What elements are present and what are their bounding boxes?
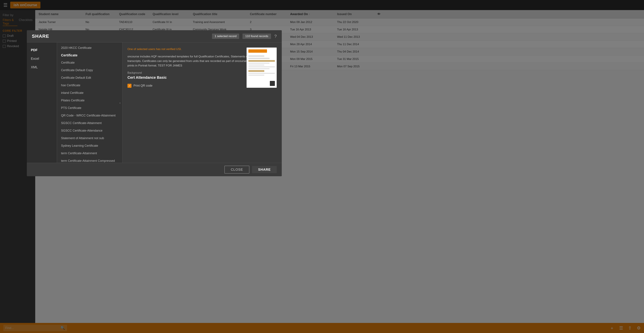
preview-accent-line	[248, 60, 275, 62]
template-pilates-certificate[interactable]: Pilates Certificate	[57, 97, 122, 104]
preview-line-2	[248, 58, 270, 59]
badge-found-records: 110 found records	[242, 34, 271, 39]
template-certificate-default-copy[interactable]: Certificate Default Copy	[57, 67, 122, 74]
preview-logo	[248, 49, 267, 53]
modal-header: SHARE 1 selected record 110 found record…	[27, 30, 282, 43]
preview-line-5	[248, 67, 275, 67]
qr-code-label: Print QR code	[134, 84, 152, 88]
preview-line-8	[248, 75, 264, 76]
modal-footer: CLOSE SHARE	[27, 163, 282, 176]
share-button[interactable]: SHARE	[252, 166, 277, 173]
template-term-certificate-attainment[interactable]: term Certificate-Attainment	[57, 150, 122, 157]
badge-selected-records: 1 selected record	[212, 34, 239, 39]
template-inland-certificate[interactable]: inland Certificate	[57, 89, 122, 97]
preview-line-6	[248, 68, 270, 69]
modal-content-panel: One of selected users has not verified U…	[122, 43, 282, 163]
modal-body: PDF Excel XML 2020 HKCC Certificate Cert…	[27, 43, 282, 163]
modal-template-panel: 2020 HKCC Certificate Certificate Certif…	[57, 43, 122, 163]
format-xml[interactable]: XML	[27, 63, 57, 72]
preview-accent-2	[248, 70, 264, 72]
preview-line-1	[248, 55, 264, 57]
template-hse-certificate[interactable]: hse Certificate	[57, 82, 122, 89]
format-pdf[interactable]: PDF	[27, 46, 57, 54]
format-excel[interactable]: Excel	[27, 54, 57, 63]
template-2020-hkcc[interactable]: 2020 HKCC Certificate	[57, 44, 122, 52]
print-qr-checkbox[interactable]	[128, 84, 132, 88]
template-certificate[interactable]: Certificate	[57, 59, 122, 67]
template-sydney-learning-certificate[interactable]: Sydney Learning Certificate	[57, 142, 122, 150]
preview-line-7	[248, 73, 275, 74]
modal-format-panel: PDF Excel XML	[27, 43, 57, 163]
certificate-preview	[246, 48, 277, 88]
modal-title: SHARE	[32, 34, 209, 39]
help-icon[interactable]: ?	[274, 34, 277, 39]
share-modal: SHARE 1 selected record 110 found record…	[27, 30, 282, 176]
chevron-left-icon[interactable]: ‹	[120, 101, 120, 105]
template-section-header: Certificate	[57, 52, 122, 59]
template-qr-code-wrcc[interactable]: QR Code - WRCC Certificate-Attainment	[57, 112, 122, 119]
template-sgscc-attendance[interactable]: SGSCC Certificate-Attendance	[57, 127, 122, 134]
preview-line-4	[248, 65, 264, 66]
preview-line-3	[248, 63, 270, 64]
preview-qr-code	[270, 81, 275, 86]
template-certificate-default-edit[interactable]: Certificate Default Edit	[57, 74, 122, 82]
template-statement-attainment-not-sub[interactable]: Statement of Attainment not sub	[57, 134, 122, 142]
template-pts-certificate[interactable]: PTS Certificate	[57, 104, 122, 112]
close-button[interactable]: CLOSE	[224, 166, 250, 174]
template-sgscc-attainment[interactable]: SGSCC Certificate-Attainment	[57, 119, 122, 127]
template-term-certificate-attainment-compressed[interactable]: term Certificate-Attainment Compressed	[57, 157, 122, 163]
